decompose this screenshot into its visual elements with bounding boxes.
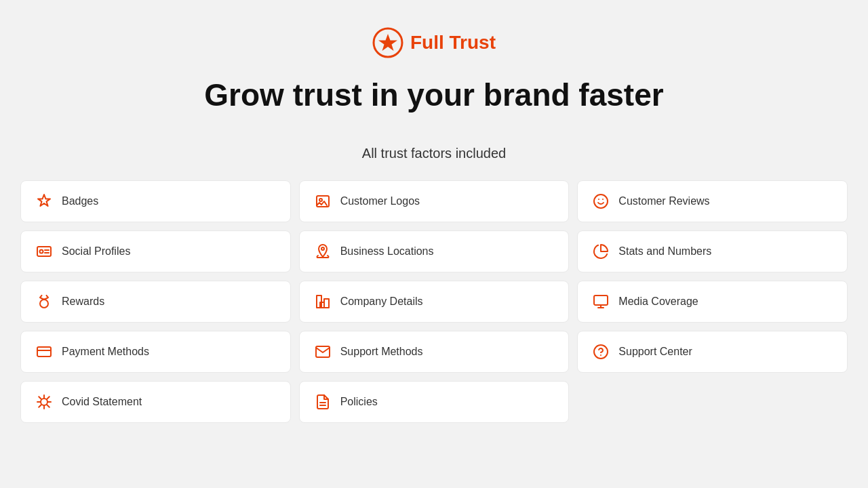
svg-rect-17 [594,296,608,305]
card-label-social-profiles: Social Profiles [62,245,130,258]
svg-point-4 [594,195,608,208]
card-label-payment-methods: Payment Methods [62,346,149,358]
card-social-profiles[interactable]: Social Profiles [20,230,291,272]
card-label-support-center: Support Center [618,346,692,358]
card-label-business-locations: Business Locations [340,245,434,258]
face-smile-icon [593,193,609,209]
card-stats-and-numbers[interactable]: Stats and Numbers [577,230,848,272]
card-company-details[interactable]: Company Details [299,281,570,323]
card-label-badges: Badges [62,195,98,207]
monitor-icon [593,293,609,310]
card-label-support-methods: Support Methods [340,346,423,358]
card-media-coverage[interactable]: Media Coverage [577,281,848,323]
virus-icon [36,394,52,410]
credit-card-icon [36,344,52,360]
svg-rect-15 [324,299,329,308]
building-icon [315,293,331,310]
card-label-covid-statement: Covid Statement [62,396,142,408]
svg-line-30 [47,405,50,407]
svg-marker-1 [378,34,397,51]
card-label-customer-logos: Customer Logos [340,195,420,207]
logo-text: Full Trust [410,32,496,54]
card-customer-logos[interactable]: Customer Logos [299,180,570,222]
logo-icon [372,27,403,58]
svg-point-12 [40,300,48,308]
card-customer-reviews[interactable]: Customer Reviews [577,180,848,222]
card-label-stats-and-numbers: Stats and Numbers [618,245,711,258]
mail-icon [315,344,331,360]
card-label-policies: Policies [340,396,378,408]
svg-rect-20 [37,347,51,357]
headline: Grow trust in your brand faster [204,77,663,113]
card-label-rewards: Rewards [62,296,104,308]
subtitle: All trust factors included [362,146,506,161]
card-covid-statement[interactable]: Covid Statement [20,381,291,423]
svg-point-8 [40,249,43,253]
card-payment-methods[interactable]: Payment Methods [20,331,291,373]
svg-point-11 [321,247,324,250]
question-icon [593,344,609,360]
logo: Full Trust [372,27,496,58]
card-rewards[interactable]: Rewards [20,281,291,323]
document-icon [315,394,331,410]
svg-line-29 [39,396,41,399]
pie-chart-icon [593,243,609,260]
medal-icon [36,293,52,310]
svg-line-32 [47,396,50,399]
id-card-icon [36,243,52,260]
badge-icon [36,193,52,209]
card-label-media-coverage: Media Coverage [618,296,698,308]
svg-point-24 [41,399,47,405]
image-id-icon [315,193,331,209]
card-business-locations[interactable]: Business Locations [299,230,570,272]
card-support-methods[interactable]: Support Methods [299,331,570,373]
card-support-center[interactable]: Support Center [577,331,848,373]
card-label-company-details: Company Details [340,296,423,308]
card-badges[interactable]: Badges [20,180,291,222]
svg-line-31 [39,405,41,407]
trust-factors-grid: BadgesCustomer LogosCustomer ReviewsSoci… [20,180,848,423]
card-label-customer-reviews: Customer Reviews [618,195,709,207]
card-policies[interactable]: Policies [299,381,570,423]
map-pin-group-icon [315,243,331,260]
svg-point-3 [319,199,322,201]
